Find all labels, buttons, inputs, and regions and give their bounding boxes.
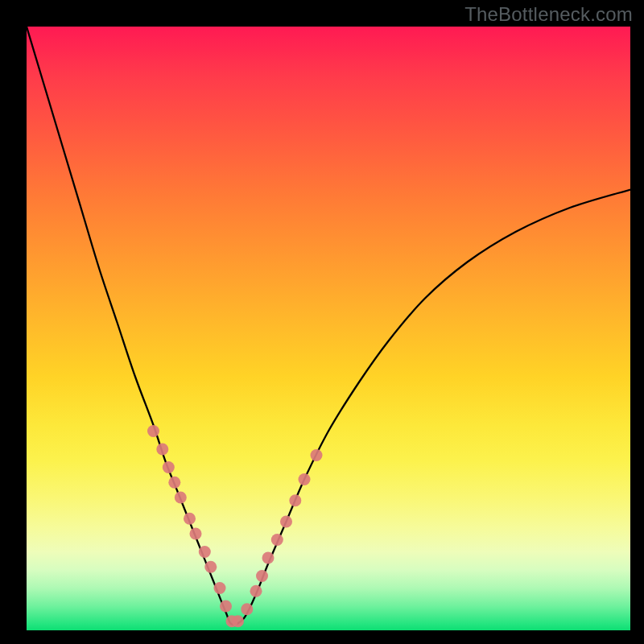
- marker-dot: [199, 546, 211, 558]
- chart-frame: TheBottleneck.com: [0, 0, 644, 644]
- marker-dot: [250, 585, 262, 597]
- highlighted-points: [147, 425, 323, 627]
- marker-dot: [220, 601, 232, 613]
- marker-dot: [147, 425, 159, 437]
- marker-dot: [190, 528, 202, 540]
- bottleneck-curve-svg: [27, 27, 630, 630]
- marker-dot: [175, 492, 187, 504]
- marker-dot: [256, 570, 268, 582]
- marker-dot: [280, 516, 292, 528]
- marker-dot: [163, 461, 175, 473]
- marker-dot: [168, 477, 180, 489]
- marker-dot: [241, 603, 253, 615]
- marker-dot: [232, 615, 244, 627]
- marker-dot: [262, 552, 275, 564]
- marker-dot: [204, 561, 217, 573]
- marker-dot: [214, 582, 226, 594]
- marker-dot: [311, 449, 323, 461]
- marker-dot: [271, 534, 283, 546]
- marker-dot: [184, 513, 196, 525]
- marker-dot: [156, 444, 168, 456]
- watermark-text: TheBottleneck.com: [464, 3, 633, 26]
- bottleneck-curve: [27, 27, 630, 625]
- plot-area: [27, 27, 630, 630]
- marker-dot: [299, 473, 311, 485]
- marker-dot: [289, 494, 301, 506]
